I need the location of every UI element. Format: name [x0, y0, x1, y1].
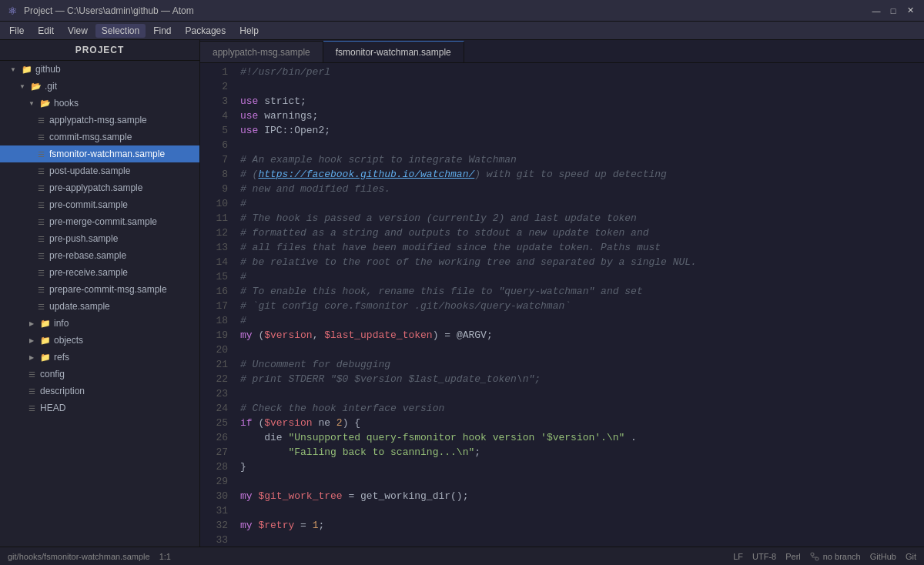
editor[interactable]: 1234567891011121314151617181920212223242…	[200, 63, 924, 547]
file-icon: ☰	[35, 132, 46, 142]
tree-label: .git	[45, 81, 57, 92]
menu-item-file[interactable]: File	[3, 24, 30, 38]
file-icon: ☰	[35, 182, 46, 193]
line-ending-status[interactable]: LF	[733, 552, 743, 561]
tree-label: config	[40, 369, 65, 379]
encoding-status[interactable]: UTF-8	[752, 552, 776, 561]
tab-applypatch-msg.sample[interactable]: applypatch-msg.sample	[200, 41, 323, 62]
tree-item-github[interactable]: ▼📁github	[0, 61, 199, 78]
title-bar-left: ⚛ Project — C:\Users\admin\github — Atom	[8, 5, 194, 17]
status-bar: git/hooks/fsmonitor-watchman.sample 1:1 …	[0, 547, 924, 565]
tree-item-commit-msg.sample[interactable]: ☰commit-msg.sample	[0, 129, 199, 145]
tree-label: prepare-commit-msg.sample	[49, 284, 167, 295]
file-icon: ☰	[26, 386, 37, 396]
chevron-down-icon: ▼	[17, 81, 28, 92]
title-bar: ⚛ Project — C:\Users\admin\github — Atom…	[0, 0, 924, 22]
tree-item-post-update.sample[interactable]: ☰post-update.sample	[0, 162, 199, 179]
tree-item-hooks[interactable]: ▼📂hooks	[0, 95, 199, 112]
tree-item-pre-push.sample[interactable]: ☰pre-push.sample	[0, 230, 199, 247]
tree-item-HEAD[interactable]: ☰HEAD	[0, 400, 199, 416]
chevron-right-icon: ▶	[26, 352, 37, 363]
tree-label: info	[54, 318, 69, 329]
menu-item-edit[interactable]: Edit	[32, 24, 60, 38]
folder-icon: 📁	[22, 65, 32, 75]
code-area[interactable]: #!/usr/bin/perl use strict; use warnings…	[234, 63, 924, 547]
menu-item-find[interactable]: Find	[147, 24, 177, 38]
tree-item-update.sample[interactable]: ☰update.sample	[0, 298, 199, 315]
folder-icon: 📂	[40, 99, 51, 109]
tree-item-refs[interactable]: ▶📁refs	[0, 349, 199, 366]
tree-item-pre-merge-commit.sample[interactable]: ☰pre-merge-commit.sample	[0, 213, 199, 230]
tree-label: post-update.sample	[49, 165, 130, 176]
menu-item-packages[interactable]: Packages	[179, 24, 233, 38]
tree-item-pre-applypatch.sample[interactable]: ☰pre-applypatch.sample	[0, 179, 199, 196]
tree-item-git[interactable]: ▼📂.git	[0, 78, 199, 95]
file-icon: ☰	[35, 165, 46, 176]
position-status: 1:1	[159, 552, 171, 561]
file-icon: ☰	[35, 115, 46, 125]
tree-label: pre-rebase.sample	[49, 250, 126, 261]
line-numbers: 1234567891011121314151617181920212223242…	[200, 63, 234, 547]
sidebar-title: Project	[0, 40, 199, 61]
file-icon: ☰	[35, 216, 46, 227]
filepath-status: git/hooks/fsmonitor-watchman.sample	[8, 552, 150, 561]
tree-label: pre-push.sample	[49, 233, 118, 244]
chevron-right-icon: ▶	[26, 318, 37, 329]
tree-item-info[interactable]: ▶📁info	[0, 315, 199, 332]
tree-label: fsmonitor-watchman.sample	[49, 149, 165, 159]
chevron-right-icon: ▶	[26, 335, 37, 346]
tree-label: hooks	[54, 98, 79, 109]
minimize-button[interactable]: —	[870, 5, 882, 17]
folder-icon: 📁	[40, 319, 51, 329]
close-button[interactable]: ✕	[904, 5, 916, 17]
menu-item-help[interactable]: Help	[233, 24, 265, 38]
folder-icon: 📂	[31, 82, 42, 92]
app-icon: ⚛	[8, 5, 18, 17]
tab-fsmonitor-watchman.sample[interactable]: fsmonitor-watchman.sample	[323, 41, 464, 62]
file-icon: ☰	[35, 199, 46, 210]
tree-item-pre-commit.sample[interactable]: ☰pre-commit.sample	[0, 196, 199, 213]
tree-label: pre-commit.sample	[49, 199, 128, 210]
file-icon: ☰	[35, 267, 46, 278]
menu-item-view[interactable]: View	[62, 24, 94, 38]
tree-item-prepare-commit-msg.sample[interactable]: ☰prepare-commit-msg.sample	[0, 281, 199, 298]
tree-label: objects	[54, 335, 83, 346]
chevron-down-icon: ▼	[26, 98, 37, 109]
tree-label: refs	[54, 352, 69, 363]
status-right: LF UTF-8 Perl no branch GitHub Git	[733, 552, 916, 561]
tree-item-config[interactable]: ☰config	[0, 366, 199, 383]
file-icon: ☰	[35, 250, 46, 261]
tree-item-pre-rebase.sample[interactable]: ☰pre-rebase.sample	[0, 247, 199, 264]
tree-item-objects[interactable]: ▶📁objects	[0, 332, 199, 349]
main-layout: Project ▼📁github▼📂.git▼📂hooks☰applypatch…	[0, 40, 924, 547]
language-status[interactable]: Perl	[785, 552, 801, 561]
tree-label: applypatch-msg.sample	[49, 115, 147, 125]
status-left: git/hooks/fsmonitor-watchman.sample 1:1	[8, 552, 171, 561]
chevron-down-icon: ▼	[8, 64, 18, 75]
file-icon: ☰	[26, 403, 37, 413]
tree-item-description[interactable]: ☰description	[0, 383, 199, 400]
git-status[interactable]: Git	[906, 552, 916, 561]
tree-item-pre-receive.sample[interactable]: ☰pre-receive.sample	[0, 264, 199, 281]
file-icon: ☰	[35, 284, 46, 295]
tree-label: pre-merge-commit.sample	[49, 216, 157, 227]
title-bar-text: Project — C:\Users\admin\github — Atom	[24, 5, 194, 16]
sidebar: Project ▼📁github▼📂.git▼📂hooks☰applypatch…	[0, 40, 200, 547]
menu-item-selection[interactable]: Selection	[95, 24, 146, 38]
tree-label: description	[40, 386, 85, 396]
tree-item-applypatch-msg.sample[interactable]: ☰applypatch-msg.sample	[0, 112, 199, 129]
tree-label: HEAD	[40, 403, 65, 413]
editor-container: applypatch-msg.samplefsmonitor-watchman.…	[200, 40, 924, 547]
file-icon: ☰	[35, 149, 46, 159]
file-icon: ☰	[35, 233, 46, 244]
title-bar-controls[interactable]: — □ ✕	[870, 5, 916, 17]
tree-item-fsmonitor-watchman.sample[interactable]: ☰fsmonitor-watchman.sample	[0, 145, 199, 162]
maximize-button[interactable]: □	[887, 5, 899, 17]
menu-bar: FileEditViewSelectionFindPackagesHelp	[0, 22, 924, 40]
folder-icon: 📁	[40, 336, 51, 346]
file-icon: ☰	[26, 369, 37, 379]
file-tree: ▼📁github▼📂.git▼📂hooks☰applypatch-msg.sam…	[0, 61, 199, 416]
github-status[interactable]: GitHub	[870, 552, 896, 561]
svg-point-0	[811, 553, 814, 556]
tree-label: commit-msg.sample	[49, 132, 132, 142]
